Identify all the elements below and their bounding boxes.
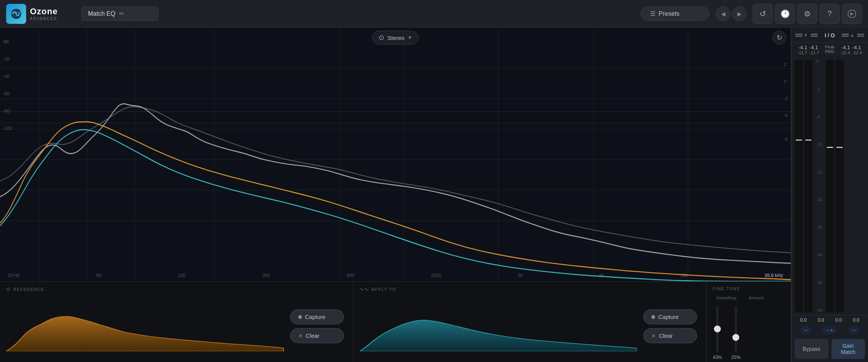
peak-label: Peak xyxy=(825,45,835,49)
reference-label: REFERENCE xyxy=(13,287,45,292)
fine-tune-title: FINE TUNE xyxy=(713,286,785,291)
minus3-icon: − xyxy=(852,327,855,333)
eq-controls-bar: ⊙ Stereo ▼ xyxy=(372,31,418,45)
bottom-section: ⊙ REFERENCE xyxy=(0,281,791,362)
module-name-box[interactable]: Match EQ ✏ xyxy=(81,7,158,21)
extra-meter-ctrl[interactable]: − xyxy=(848,326,859,334)
scale-50: -50 xyxy=(817,281,822,285)
history-icon[interactable]: 🕐 xyxy=(775,4,795,24)
toolbar-icons: ↺ 🕐 ⚙ ? xyxy=(753,4,862,24)
fine-tune-label: FINE TUNE xyxy=(713,286,740,291)
input-left-peak-indicator xyxy=(796,139,802,141)
scale-inf: -Inf xyxy=(817,308,822,312)
scale-0: 0 xyxy=(817,60,822,64)
eq-chart xyxy=(0,28,791,281)
in-right-peak: -4.1 xyxy=(810,45,818,50)
clear-x-icon: ✕ xyxy=(298,333,303,339)
output-right-peak-indicator xyxy=(836,147,843,148)
bottom-right: 0.0 xyxy=(818,317,824,323)
presets-button[interactable]: ☰ Presets xyxy=(641,7,710,21)
eq-display[interactable]: ⊙ Stereo ▼ ↻ xyxy=(0,28,791,281)
input-left-meter xyxy=(795,60,803,312)
smoothing-value: 43% xyxy=(713,355,722,360)
minus2-icon: − xyxy=(826,327,829,333)
amount-thumb[interactable] xyxy=(732,334,739,341)
reference-title: ⊙ REFERENCE xyxy=(6,286,347,292)
scale-15: -15 xyxy=(817,170,822,174)
in-left-rms: -11.7 xyxy=(798,50,807,55)
bottom-left: 0.0 xyxy=(800,317,807,323)
fine-tune-content: 43% 25% xyxy=(713,303,785,360)
main-content: ⊙ Stereo ▼ ↻ xyxy=(0,28,868,362)
output-right-fill xyxy=(835,148,844,312)
module-name-text: Match EQ xyxy=(88,10,115,17)
app-title: Ozone xyxy=(30,7,58,17)
reference-clear-label: Clear xyxy=(306,332,320,339)
scale-40: -40 xyxy=(817,253,822,257)
output-arrow-icon: ▲ xyxy=(850,33,854,37)
fine-tune-panel: FINE TUNE Smoothing Amount 43% xyxy=(707,282,791,362)
output-left-peak-indicator xyxy=(827,147,833,148)
bottom-out-left: 0.0 xyxy=(835,317,842,323)
out-right-rms: -12.4 xyxy=(852,50,862,55)
scale-3: -3 xyxy=(817,87,822,91)
reference-capture-label: Capture xyxy=(305,314,325,320)
minus-icon: − xyxy=(804,327,807,333)
rms-label: RMS xyxy=(825,49,834,54)
next-arrow[interactable]: ▶ xyxy=(732,7,747,21)
apply-to-capture-label: Capture xyxy=(658,314,679,320)
scale-6: -6 xyxy=(817,115,822,119)
smoothing-thumb[interactable] xyxy=(714,325,721,332)
in-left-peak: -4.1 xyxy=(798,45,807,50)
reference-waveform-svg xyxy=(6,301,284,351)
gain-match-button[interactable]: Gain Match xyxy=(831,339,865,359)
reference-buttons: Capture ✕ Clear xyxy=(290,309,347,343)
reference-icon: ⊙ xyxy=(6,286,11,292)
undo-icon[interactable]: ↺ xyxy=(753,4,773,24)
amount-label: Amount xyxy=(743,296,770,300)
input-left-fill xyxy=(795,141,803,312)
reference-capture-button[interactable]: Capture xyxy=(290,309,344,324)
out-left-rms: -12.4 xyxy=(840,50,850,55)
help-icon[interactable]: ? xyxy=(820,4,840,24)
extra-icon[interactable] xyxy=(842,4,862,24)
plus-icon: + xyxy=(830,327,833,333)
input-meter-ctrl[interactable]: − xyxy=(800,326,811,334)
output-left-meter xyxy=(826,60,834,312)
apply-to-waveform xyxy=(360,301,637,351)
prev-arrow[interactable]: ◀ xyxy=(716,7,730,21)
meter-scale: 0 -3 -6 -10 -15 -20 -30 -40 -50 -Inf xyxy=(815,60,823,312)
input-right-peak-indicator xyxy=(805,139,812,141)
bypass-button[interactable]: Bypass xyxy=(795,339,828,359)
reference-content: Capture ✕ Clear xyxy=(6,295,347,357)
apply-to-clear-label: Clear xyxy=(659,332,673,339)
capture-dot-icon xyxy=(298,315,302,319)
stereo-selector[interactable]: ⊙ Stereo ▼ xyxy=(372,31,418,45)
smoothing-label: Smoothing xyxy=(713,296,740,300)
presets-icon: ☰ xyxy=(650,10,656,17)
edit-icon[interactable]: ✏ xyxy=(119,10,124,17)
reference-panel: ⊙ REFERENCE xyxy=(0,282,354,362)
apply-to-capture-button[interactable]: Capture xyxy=(643,309,697,324)
output-meters xyxy=(826,60,844,312)
apply-clear-x-icon: ✕ xyxy=(651,333,656,339)
apply-to-clear-button[interactable]: ✕ Clear xyxy=(643,328,697,343)
output-left-fill xyxy=(826,148,834,312)
settings-icon[interactable]: ⚙ xyxy=(797,4,817,24)
output-meter-ctrl[interactable]: − + xyxy=(822,326,837,334)
dropdown-arrow-icon: ▼ xyxy=(408,35,412,40)
apply-to-title: ∿∿ APPLY TO xyxy=(360,286,700,292)
smoothing-track[interactable] xyxy=(716,306,719,352)
in-right-rms: -11.7 xyxy=(810,50,819,55)
smoothing-slider-column: 43% xyxy=(713,306,722,360)
apply-to-content: Capture ✕ Clear xyxy=(360,295,700,357)
center-area: ⊙ Stereo ▼ ↻ xyxy=(0,28,791,362)
app-logo xyxy=(6,4,26,24)
amount-slider-column: 25% xyxy=(731,306,740,360)
apply-to-icon: ∿∿ xyxy=(360,286,369,292)
bottom-out-right: 0.0 xyxy=(853,317,860,323)
amount-track[interactable] xyxy=(735,306,737,352)
reference-clear-button[interactable]: ✕ Clear xyxy=(290,328,344,343)
apply-to-buttons: Capture ✕ Clear xyxy=(643,309,700,343)
amount-value: 25% xyxy=(731,355,740,360)
